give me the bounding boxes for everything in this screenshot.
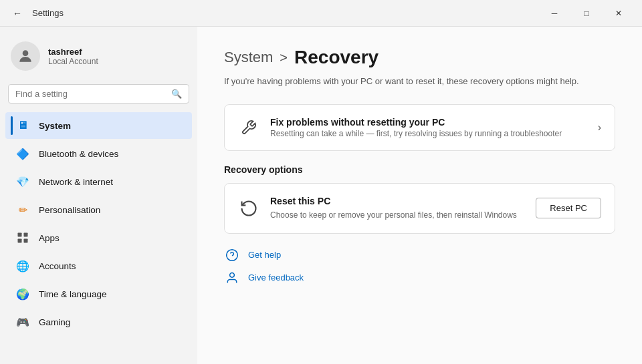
gaming-icon: 🎮 (16, 315, 29, 329)
network-icon: 💎 (16, 175, 29, 188)
system-icon: 🖥 (16, 119, 29, 132)
apps-icon (16, 231, 29, 244)
breadcrumb: System > Recovery (224, 47, 615, 68)
personalisation-icon: ✏ (16, 203, 29, 216)
sidebar-item-label-network: Network & internet (39, 177, 113, 187)
sidebar: tashreef Local Account 🔍 🖥 System 🔷 Blue… (0, 27, 197, 364)
svg-point-0 (23, 50, 29, 56)
user-info: tashreef Local Account (48, 47, 98, 66)
sidebar-item-personalisation[interactable]: ✏ Personalisation (5, 196, 192, 223)
sidebar-item-accounts[interactable]: 🌐 Accounts (5, 252, 192, 279)
give-feedback-icon (224, 270, 240, 286)
breadcrumb-current: Recovery (294, 47, 379, 68)
fix-problems-card[interactable]: Fix problems without resetting your PC R… (224, 104, 615, 151)
sidebar-item-label-bluetooth: Bluetooth & devices (39, 149, 118, 159)
sidebar-item-label-time: Time & language (39, 289, 107, 299)
sidebar-item-label-personalisation: Personalisation (39, 205, 100, 215)
reset-pc-card: Reset this PC Choose to keep or remove y… (224, 183, 615, 234)
avatar (11, 41, 40, 71)
reset-desc: Choose to keep or remove your personal f… (270, 209, 525, 221)
svg-rect-2 (24, 233, 28, 237)
window-controls: ─ □ ✕ (539, 3, 634, 24)
svg-rect-1 (18, 233, 22, 237)
user-profile[interactable]: tashreef Local Account (0, 35, 197, 84)
links-section: Get help Give feedback (224, 247, 615, 286)
fix-problems-item[interactable]: Fix problems without resetting your PC R… (225, 105, 615, 150)
give-feedback-link[interactable]: Give feedback (224, 270, 615, 286)
minimize-button[interactable]: ─ (539, 3, 570, 24)
sidebar-item-gaming[interactable]: 🎮 Gaming (5, 309, 192, 335)
svg-rect-4 (24, 239, 28, 243)
accounts-icon: 🌐 (16, 259, 29, 272)
user-account-type: Local Account (48, 57, 98, 66)
sidebar-item-bluetooth[interactable]: 🔷 Bluetooth & devices (5, 140, 192, 167)
reset-pc-button[interactable]: Reset PC (536, 198, 601, 218)
get-help-icon (224, 247, 240, 263)
content-area: System > Recovery If you're having probl… (197, 27, 642, 364)
recovery-options-title: Recovery options (224, 164, 615, 175)
sidebar-item-label-gaming: Gaming (39, 317, 70, 327)
sidebar-item-system[interactable]: 🖥 System (5, 112, 192, 139)
back-button[interactable]: ← (8, 4, 27, 23)
app-title: Settings (32, 8, 64, 18)
user-name: tashreef (48, 47, 98, 57)
get-help-link[interactable]: Get help (224, 247, 615, 263)
fix-problems-icon (238, 117, 259, 138)
search-icon: 🔍 (171, 89, 182, 99)
svg-point-5 (227, 249, 238, 260)
bluetooth-icon: 🔷 (16, 147, 29, 160)
sidebar-item-time[interactable]: 🌍 Time & language (5, 281, 192, 307)
time-icon: 🌍 (16, 287, 29, 301)
maximize-button[interactable]: □ (571, 3, 602, 24)
chevron-right-icon: › (598, 122, 601, 134)
app-body: tashreef Local Account 🔍 🖥 System 🔷 Blue… (0, 27, 642, 364)
breadcrumb-parent: System (224, 49, 273, 66)
sidebar-item-label-apps: Apps (39, 233, 60, 243)
page-subtitle: If you're having problems with your PC o… (224, 75, 615, 88)
breadcrumb-separator: > (280, 50, 288, 65)
give-feedback-label: Give feedback (248, 272, 304, 283)
close-button[interactable]: ✕ (603, 3, 634, 24)
sidebar-item-network[interactable]: 💎 Network & internet (5, 168, 192, 195)
search-input[interactable] (15, 89, 166, 99)
reset-title: Reset this PC (270, 196, 525, 206)
title-bar: ← Settings ─ □ ✕ (0, 0, 642, 27)
fix-problems-text: Fix problems without resetting your PC R… (270, 117, 587, 138)
reset-icon (238, 198, 259, 219)
fix-problems-title: Fix problems without resetting your PC (270, 117, 587, 128)
sidebar-item-label-accounts: Accounts (39, 261, 76, 271)
svg-rect-3 (18, 239, 22, 243)
fix-problems-desc: Resetting can take a while — first, try … (270, 129, 587, 138)
sidebar-item-apps[interactable]: Apps (5, 224, 192, 251)
svg-point-7 (230, 272, 235, 277)
reset-info: Reset this PC Choose to keep or remove y… (270, 196, 525, 221)
get-help-label: Get help (248, 250, 281, 260)
sidebar-item-label-system: System (39, 121, 71, 131)
search-box[interactable]: 🔍 (8, 84, 189, 104)
